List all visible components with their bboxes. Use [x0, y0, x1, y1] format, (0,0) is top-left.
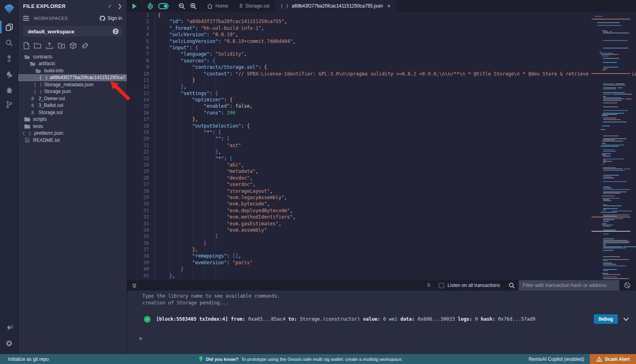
clone-repository-link-icon[interactable] [81, 43, 89, 49]
line-number: 23 [127, 155, 149, 162]
solidity-compiler-icon[interactable] [0, 52, 18, 66]
load-template-box-icon[interactable] [70, 42, 77, 49]
upload-folder-icon[interactable] [58, 43, 65, 49]
activity-bar [0, 0, 18, 354]
remix-logo-icon[interactable] [0, 2, 18, 16]
create-folder-icon[interactable] [34, 43, 41, 49]
code-line[interactable]: 1{ [127, 12, 636, 18]
workspaces-menu-icon[interactable] [23, 15, 29, 22]
tree-item-label: scripts [33, 116, 47, 122]
folder-open-icon [29, 61, 36, 66]
terminal-output[interactable]: Type the library name to see available c… [127, 290, 636, 354]
git-init-button[interactable]: Initialize as git repo [8, 356, 49, 362]
line-number: 36 [127, 240, 149, 246]
folder-icon [24, 124, 30, 129]
line-number: 8 [127, 58, 149, 64]
tree-item-tests[interactable]: tests [18, 123, 127, 130]
terminal-prompt[interactable]: > [139, 335, 142, 341]
did-you-know-tip: Did you know? To prototype using the Gno… [199, 356, 403, 362]
minimap[interactable] [591, 13, 631, 279]
tree-item-storage-sol[interactable]: SStorage.sol [18, 109, 127, 116]
clear-console-icon[interactable] [624, 282, 630, 288]
search-icon[interactable] [0, 36, 18, 50]
tab-home[interactable]: Home [202, 0, 234, 12]
tree-item-contracts[interactable]: contracts [18, 53, 127, 60]
line-number: 9 [127, 64, 149, 70]
json-icon: { } [24, 131, 30, 136]
close-tab-icon[interactable]: × [387, 3, 390, 9]
debugger-icon[interactable] [0, 83, 18, 97]
line-number: 6 [127, 45, 149, 51]
scam-alert-badge[interactable]: Scam Alert [590, 354, 636, 364]
tree-item-label: Storage_metadata.json [44, 82, 93, 87]
json-icon: { } [35, 89, 41, 94]
git-icon[interactable] [0, 98, 18, 111]
line-number: 18 [127, 123, 149, 129]
line-number: 1 [127, 12, 149, 18]
remixai-assistant-icon[interactable] [147, 3, 153, 10]
tree-item-artifacts[interactable]: artifacts [18, 60, 127, 68]
tree-item--prettierrc-json[interactable]: { }.prettierrc.json [18, 130, 127, 137]
gutter-separator [155, 12, 155, 280]
run-script-icon[interactable] [132, 3, 137, 9]
line-number: 20 [127, 136, 149, 142]
lightbulb-icon [199, 356, 203, 362]
workspace-select[interactable]: default_workspace [23, 26, 122, 37]
file-explorer-icon[interactable] [0, 20, 18, 34]
remixai-toggle[interactable] [158, 3, 169, 9]
line-number: 15 [127, 103, 149, 109]
settings-gear-icon[interactable] [0, 337, 18, 350]
line-number: 29 [127, 194, 149, 201]
tab-build-info-json[interactable]: { } a69b43f277ba20fcac141151250ca755.jso… [275, 0, 396, 12]
expand-terminal-icon[interactable] [132, 283, 137, 288]
line-number: 10 [127, 71, 149, 77]
copilot-status[interactable]: RemixAI Copilot (enabled) [529, 356, 584, 362]
line-number: 4 [127, 31, 149, 38]
line-number: 28 [127, 188, 149, 194]
tab-bar: Home S Storage.sol { } a69b43f277ba20fca… [202, 0, 396, 12]
tree-item-label: contracts [33, 54, 52, 60]
tree-item-label: 3_Ballot.sol [39, 103, 63, 108]
tree-item-label: artifacts [39, 61, 55, 66]
terminal-log-line: Type the library name to see available c… [142, 293, 636, 300]
expand-transaction-chevron-icon[interactable] [623, 318, 629, 321]
deploy-and-run-icon[interactable] [0, 68, 18, 81]
line-number: 16 [127, 110, 149, 116]
tree-item-readme-txt[interactable]: README.txt [18, 137, 127, 144]
solidity-file-icon: S [239, 3, 242, 9]
line-number: 39 [127, 259, 149, 266]
zoom-in-icon[interactable] [190, 3, 197, 10]
explorer-toolbar [18, 37, 127, 52]
upload-files-icon[interactable] [46, 42, 53, 49]
workspace-stepper-icon [112, 28, 119, 35]
terminal-log-line: creation of Storage pending... [142, 300, 636, 306]
indent-guide [192, 18, 193, 279]
panel-expand-chevron-icon[interactable]: ❯ [118, 3, 122, 9]
zoom-out-icon[interactable] [178, 3, 185, 10]
json-icon: { } [41, 75, 47, 80]
tree-item-label: Storage.json [44, 89, 71, 94]
line-number: 21 [127, 142, 149, 149]
tree-item-scripts[interactable]: scripts [18, 116, 127, 123]
listen-transactions-checkbox[interactable] [439, 283, 444, 288]
transaction-log-row[interactable]: ✓ [block:5583405 txIndex:4] from: 0xa03.… [127, 314, 636, 325]
line-number: 27 [127, 181, 149, 188]
transaction-filter-input[interactable] [519, 280, 619, 290]
tree-item-build-info[interactable]: build-info [18, 67, 127, 74]
status-bar: Initialize as git repo Did you know? To … [0, 354, 636, 364]
editor-area: Home S Storage.sol { } a69b43f277ba20fca… [127, 0, 636, 354]
indent-guide [204, 18, 204, 279]
workspace-name: default_workspace [28, 29, 112, 35]
plugin-manager-icon[interactable] [0, 320, 18, 333]
json-file-icon: { } [281, 4, 289, 8]
line-number: 17 [127, 116, 149, 122]
code-editor[interactable]: 1{2 "id": "a69b43f277ba20fcac141151250ca… [127, 12, 636, 280]
github-sign-in[interactable]: Sign in [99, 15, 122, 21]
debug-button[interactable]: Debug [594, 314, 618, 324]
panel-title: FILE EXPLORER [23, 3, 108, 9]
tab-storage-sol[interactable]: S Storage.sol [234, 0, 275, 12]
line-number: 34 [127, 227, 149, 233]
create-file-icon[interactable] [23, 42, 29, 49]
terminal-toolbar: 0 Listen on all transactions [127, 280, 636, 290]
tree-item-label: .prettierrc.json [33, 130, 63, 136]
